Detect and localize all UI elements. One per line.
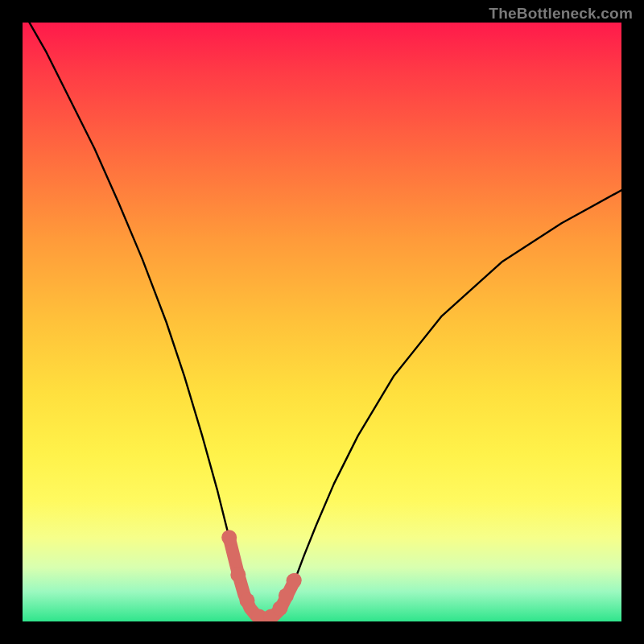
dot	[287, 573, 302, 588]
chart-svg	[23, 23, 621, 621]
dot	[221, 530, 237, 545]
attribution-text: TheBottleneck.com	[489, 5, 633, 23]
dot	[279, 588, 294, 604]
dot	[240, 592, 255, 608]
chart-frame: TheBottleneck.com	[0, 0, 644, 644]
plot-area	[23, 23, 621, 621]
bottleneck-curve	[23, 23, 621, 618]
low-bottleneck-dots	[221, 530, 301, 621]
dot	[230, 567, 246, 582]
